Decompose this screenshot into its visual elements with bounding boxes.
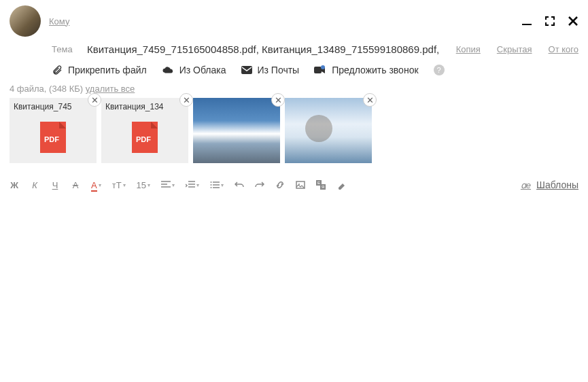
image-thumbnail	[285, 98, 372, 163]
signature-button[interactable]: ɑе	[521, 180, 531, 190]
envelope-icon	[241, 65, 252, 75]
strike-button[interactable]: A	[71, 180, 80, 190]
video-camera-icon	[314, 65, 326, 75]
list-button[interactable]: ▾	[210, 181, 224, 189]
indent-button[interactable]: ▾	[186, 181, 199, 189]
remove-attachment-icon[interactable]: ✕	[271, 93, 285, 107]
subject-input[interactable]: Квитанция_7459_715165004858.pdf, Квитанц…	[87, 44, 440, 55]
attachment-card[interactable]: ✕	[193, 98, 280, 163]
svg-rect-2	[314, 67, 322, 73]
svg-point-5	[211, 184, 212, 186]
attachment-name: Квитанция_134	[101, 98, 188, 111]
from-cloud-button[interactable]: Из Облака	[162, 65, 226, 75]
editor-toolbar: Ж К Ч A A▾ тТ▾ 15▾ ▾ ▾ ▾ EЯ	[10, 175, 578, 194]
pdf-icon: PDF	[132, 122, 158, 153]
from-cloud-label: Из Облака	[179, 65, 226, 75]
attachments-summary: 4 файла, (348 КБ) удалить все	[10, 84, 578, 94]
attachment-name: Квитанция_745	[10, 98, 97, 111]
from-link[interactable]: От кого	[549, 44, 578, 54]
eraser-button[interactable]	[336, 180, 346, 190]
attachment-card[interactable]: ✕ Квитанция_134 PDF	[101, 98, 188, 163]
close-icon[interactable]	[568, 16, 578, 27]
from-mail-label: Из Почты	[258, 65, 300, 75]
svg-point-3	[321, 65, 325, 69]
svg-text:Я: Я	[322, 185, 324, 189]
propose-call-label: Предложить звонок	[332, 65, 418, 75]
svg-point-6	[211, 187, 212, 188]
attach-file-label: Прикрепить файл	[68, 65, 147, 75]
redo-button[interactable]	[255, 180, 264, 190]
align-button[interactable]: ▾	[161, 181, 175, 189]
underline-button[interactable]: Ч	[50, 180, 60, 190]
attachment-card[interactable]: ✕ Квитанция_745 PDF	[10, 98, 97, 163]
subject-label: Тема	[52, 44, 77, 54]
avatar[interactable]	[10, 5, 41, 37]
remove-attachment-icon[interactable]: ✕	[179, 93, 193, 107]
translate-button[interactable]: EЯ	[316, 180, 326, 190]
paperclip-icon	[52, 65, 63, 75]
svg-rect-1	[241, 66, 252, 74]
italic-button[interactable]: К	[30, 180, 39, 190]
pdf-icon: PDF	[40, 122, 66, 153]
maximize-icon[interactable]	[544, 16, 555, 27]
image-thumbnail	[193, 98, 280, 163]
help-icon[interactable]: ?	[434, 65, 445, 75]
size-value-button[interactable]: 15▾	[137, 180, 150, 190]
cc-link[interactable]: Копия	[456, 44, 481, 54]
from-mail-button[interactable]: Из Почты	[241, 65, 300, 75]
minimize-icon[interactable]	[521, 16, 532, 27]
undo-button[interactable]	[235, 180, 244, 190]
templates-button[interactable]: Шаблоны	[536, 179, 578, 190]
font-size-button[interactable]: тТ▾	[112, 180, 126, 190]
bold-button[interactable]: Ж	[10, 180, 19, 190]
image-button[interactable]	[296, 180, 305, 190]
delete-all-link[interactable]: удалить все	[86, 84, 135, 94]
remove-attachment-icon[interactable]: ✕	[363, 93, 377, 107]
cloud-icon	[162, 65, 174, 75]
remove-attachment-icon[interactable]: ✕	[88, 93, 101, 107]
to-field-label[interactable]: Кому	[49, 16, 69, 27]
attachment-card[interactable]: ✕	[285, 98, 372, 163]
svg-rect-0	[522, 24, 532, 25]
svg-text:E: E	[317, 181, 320, 185]
text-color-button[interactable]: A▾	[91, 180, 101, 190]
bcc-link[interactable]: Скрытая	[497, 44, 532, 54]
link-button[interactable]	[275, 180, 285, 190]
propose-call-button[interactable]: Предложить звонок	[314, 65, 418, 75]
svg-point-4	[211, 181, 212, 183]
attach-file-button[interactable]: Прикрепить файл	[52, 65, 147, 75]
